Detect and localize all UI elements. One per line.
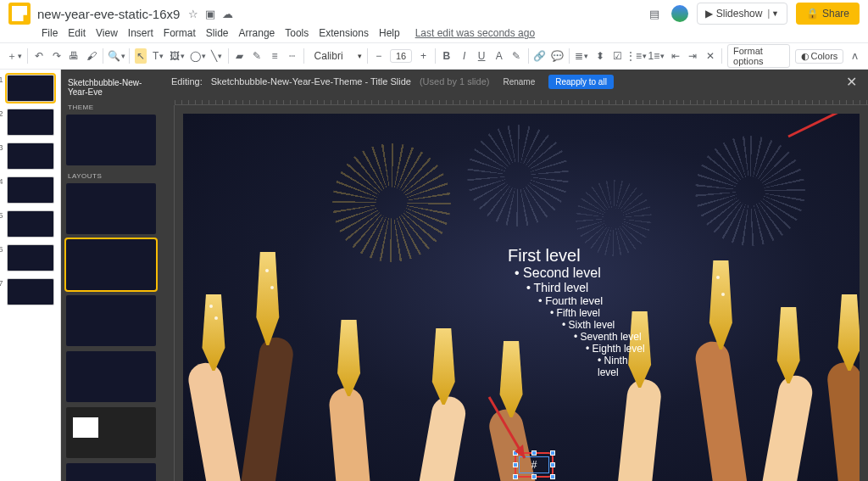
border-weight-button[interactable]: ≡ bbox=[269, 48, 281, 64]
text-placeholder[interactable]: First level • Second level • Third level… bbox=[508, 246, 645, 378]
slide-thumb[interactable]: 7 bbox=[7, 278, 54, 305]
italic-button[interactable]: I bbox=[458, 48, 470, 64]
comment-button[interactable]: 💬 bbox=[551, 48, 564, 64]
slide-thumb[interactable]: 5 bbox=[7, 210, 54, 238]
separator bbox=[569, 48, 570, 64]
format-options-button[interactable]: Format options bbox=[727, 44, 790, 68]
horizontal-ruler[interactable] bbox=[175, 93, 868, 105]
font-size-input[interactable]: 16 bbox=[390, 49, 412, 63]
menu-view[interactable]: View bbox=[92, 25, 122, 41]
hand-champagne-graphic bbox=[332, 388, 366, 481]
font-select[interactable]: Calibri bbox=[309, 50, 352, 62]
move-icon[interactable]: ▣ bbox=[205, 8, 215, 20]
menu-edit[interactable]: Edit bbox=[64, 25, 90, 41]
hand-champagne-graphic bbox=[623, 379, 657, 481]
menu-insert[interactable]: Insert bbox=[124, 25, 158, 41]
align-button[interactable]: ≣▾ bbox=[575, 48, 588, 64]
vertical-ruler[interactable] bbox=[163, 105, 175, 481]
last-edit-link[interactable]: Last edit was seconds ago bbox=[411, 25, 539, 41]
separator bbox=[228, 48, 229, 64]
line-tool[interactable]: ╲▾ bbox=[210, 48, 223, 64]
layout-thumb[interactable] bbox=[66, 351, 156, 402]
menu-tools[interactable]: Tools bbox=[281, 25, 313, 41]
slide-thumb[interactable]: 6 bbox=[7, 244, 54, 271]
numbered-list-button[interactable]: 1≡▾ bbox=[648, 48, 664, 64]
slides-logo-icon[interactable] bbox=[8, 3, 31, 25]
decrease-indent-button[interactable]: ⇤ bbox=[669, 48, 682, 64]
star-icon[interactable]: ☆ bbox=[188, 8, 198, 20]
increase-indent-button[interactable]: ⇥ bbox=[687, 48, 699, 64]
border-dash-button[interactable]: ┄ bbox=[286, 48, 298, 64]
layout-thumb[interactable] bbox=[66, 463, 156, 481]
document-title[interactable]: new-year-eve-static-16x9 bbox=[37, 7, 180, 21]
layouts-panel: Sketchbubble-New-Year-Eve THEME LAYOUTS bbox=[61, 70, 163, 481]
checklist-button[interactable]: ☑ bbox=[611, 48, 624, 64]
level-text: First level bbox=[508, 246, 645, 266]
print-button[interactable]: 🖶 bbox=[68, 48, 81, 64]
link-button[interactable]: 🔗 bbox=[533, 48, 546, 64]
slide-canvas[interactable]: First level • Second level • Third level… bbox=[183, 114, 860, 481]
image-tool[interactable]: 🖼▾ bbox=[170, 48, 185, 64]
layout-thumb[interactable] bbox=[66, 239, 156, 290]
theme-edit-bar: Editing: Sketchbubble-New-Year-Eve-Theme… bbox=[163, 70, 868, 93]
menu-format[interactable]: Format bbox=[159, 25, 200, 41]
slide-stage[interactable]: First level • Second level • Third level… bbox=[175, 105, 868, 481]
slide-thumb[interactable]: 4 bbox=[7, 176, 54, 204]
close-theme-editor-button[interactable]: ✕ bbox=[843, 74, 860, 90]
border-color-button[interactable]: ✎ bbox=[251, 48, 264, 64]
menu-file[interactable]: File bbox=[37, 25, 62, 41]
cloud-icon[interactable]: ☁ bbox=[222, 8, 233, 20]
menu-arrange[interactable]: Arrange bbox=[235, 25, 280, 41]
theme-master-thumb[interactable] bbox=[66, 115, 156, 165]
paint-format-button[interactable]: 🖌 bbox=[86, 48, 98, 64]
separator bbox=[129, 48, 130, 64]
menu-slide[interactable]: Slide bbox=[202, 25, 233, 41]
slideshow-button[interactable]: ▶ Slideshow │▼ bbox=[697, 3, 787, 25]
bold-button[interactable]: B bbox=[441, 48, 453, 64]
textbox-tool[interactable]: T▾ bbox=[152, 48, 164, 64]
rename-button[interactable]: Rename bbox=[498, 75, 540, 89]
menu-bar: File Edit View Insert Format Slide Arran… bbox=[0, 24, 868, 42]
comments-icon[interactable]: ▤ bbox=[649, 8, 659, 20]
zoom-button[interactable]: 🔍▾ bbox=[108, 48, 124, 64]
underline-button[interactable]: U bbox=[476, 48, 488, 64]
separator bbox=[435, 48, 436, 64]
separator bbox=[367, 48, 368, 64]
new-slide-button[interactable]: ＋▾ bbox=[7, 48, 22, 64]
layout-thumb[interactable] bbox=[66, 183, 156, 234]
decrease-font-button[interactable]: − bbox=[372, 48, 385, 64]
reapply-button[interactable]: Reapply to all bbox=[548, 75, 614, 89]
slide-thumb[interactable]: 1 bbox=[7, 75, 54, 102]
menu-extensions[interactable]: Extensions bbox=[314, 25, 373, 41]
hand-champagne-graphic bbox=[704, 341, 737, 481]
fill-color-button[interactable]: ▰ bbox=[233, 48, 246, 64]
redo-button[interactable]: ↷ bbox=[50, 48, 63, 64]
separator bbox=[103, 48, 103, 64]
clear-format-button[interactable]: ✕ bbox=[704, 48, 717, 64]
undo-button[interactable]: ↶ bbox=[33, 48, 46, 64]
increase-font-button[interactable]: + bbox=[417, 48, 430, 64]
menu-help[interactable]: Help bbox=[375, 25, 404, 41]
editing-prefix: Editing: bbox=[171, 76, 203, 87]
line-spacing-button[interactable]: ⬍ bbox=[593, 48, 606, 64]
bulleted-list-button[interactable]: ⋮≡▾ bbox=[628, 48, 643, 64]
slide-filmstrip[interactable]: 1 2 3 4 5 6 7 bbox=[0, 70, 61, 481]
slide-thumb[interactable]: 2 bbox=[7, 109, 54, 136]
shape-tool[interactable]: ◯▾ bbox=[190, 48, 205, 64]
collaborator-avatar[interactable] bbox=[671, 5, 688, 22]
collapse-toolbar-button[interactable]: ʌ bbox=[849, 48, 861, 64]
text-color-button[interactable]: A bbox=[492, 48, 505, 64]
level-text: • Second level bbox=[515, 266, 645, 281]
layout-thumb[interactable] bbox=[66, 295, 156, 346]
share-button[interactable]: 🔒 Share bbox=[796, 3, 860, 25]
editing-layout-name: Sketchbubble-New-Year-Eve-Theme - Title … bbox=[211, 76, 411, 87]
highlight-button[interactable]: ✎ bbox=[510, 48, 523, 64]
level-text: • Eighth level bbox=[586, 343, 645, 355]
slide-thumb[interactable]: 3 bbox=[7, 143, 54, 170]
placeholder-hash: # bbox=[516, 454, 552, 476]
select-tool[interactable]: ↖ bbox=[135, 48, 147, 64]
slide-number-placeholder[interactable]: # bbox=[515, 452, 554, 478]
layout-thumb[interactable] bbox=[66, 407, 156, 458]
theme-editor: Sketchbubble-New-Year-Eve THEME LAYOUTS … bbox=[61, 70, 868, 481]
colors-button[interactable]: ◐ Colors bbox=[795, 49, 844, 64]
